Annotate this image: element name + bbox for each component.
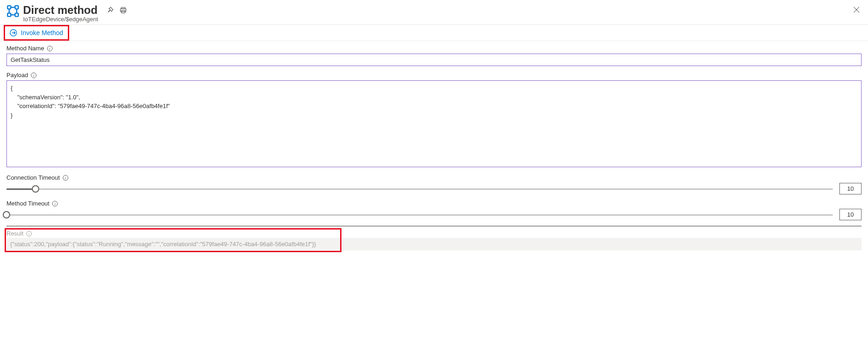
- info-icon[interactable]: i: [52, 201, 58, 206]
- page-title: Direct method: [23, 4, 97, 17]
- svg-rect-0: [7, 6, 11, 9]
- print-icon[interactable]: [120, 6, 127, 14]
- divider: [6, 226, 862, 226]
- result-label: Result: [6, 230, 24, 237]
- close-icon: [853, 6, 860, 13]
- connection-timeout-slider[interactable]: [6, 184, 833, 194]
- close-button[interactable]: [853, 6, 860, 15]
- slider-thumb[interactable]: [32, 185, 39, 193]
- invoke-method-button[interactable]: Invoke Method: [5, 26, 68, 39]
- payload-textarea[interactable]: [6, 80, 862, 167]
- method-timeout-slider[interactable]: [6, 210, 833, 219]
- method-timeout-value[interactable]: [839, 209, 862, 220]
- info-icon[interactable]: i: [63, 175, 68, 181]
- pin-icon[interactable]: [107, 6, 114, 14]
- page-header: Direct method IoTEdgeDevice/$edgeAgent: [0, 0, 868, 24]
- method-name-input[interactable]: [6, 54, 862, 66]
- method-timeout-label: Method Timeout: [6, 200, 49, 207]
- connection-timeout-label: Connection Timeout: [6, 174, 60, 181]
- payload-label: Payload: [6, 72, 28, 79]
- toolbar: Invoke Method: [0, 24, 868, 41]
- breadcrumb: IoTEdgeDevice/$edgeAgent: [23, 16, 127, 23]
- info-icon[interactable]: i: [47, 46, 53, 51]
- result-output: {"status":200,"payload":{"status":"Runni…: [6, 238, 862, 250]
- method-name-label: Method Name: [6, 45, 44, 52]
- svg-rect-2: [7, 13, 11, 17]
- svg-rect-1: [15, 6, 18, 9]
- svg-rect-3: [15, 13, 18, 17]
- direct-method-icon: [6, 5, 19, 18]
- slider-thumb[interactable]: [3, 211, 10, 218]
- info-icon[interactable]: i: [26, 231, 32, 236]
- connection-timeout-value[interactable]: [839, 183, 862, 194]
- info-icon[interactable]: i: [31, 73, 36, 78]
- invoke-arrow-icon: [10, 29, 17, 36]
- invoke-method-label: Invoke Method: [21, 29, 63, 36]
